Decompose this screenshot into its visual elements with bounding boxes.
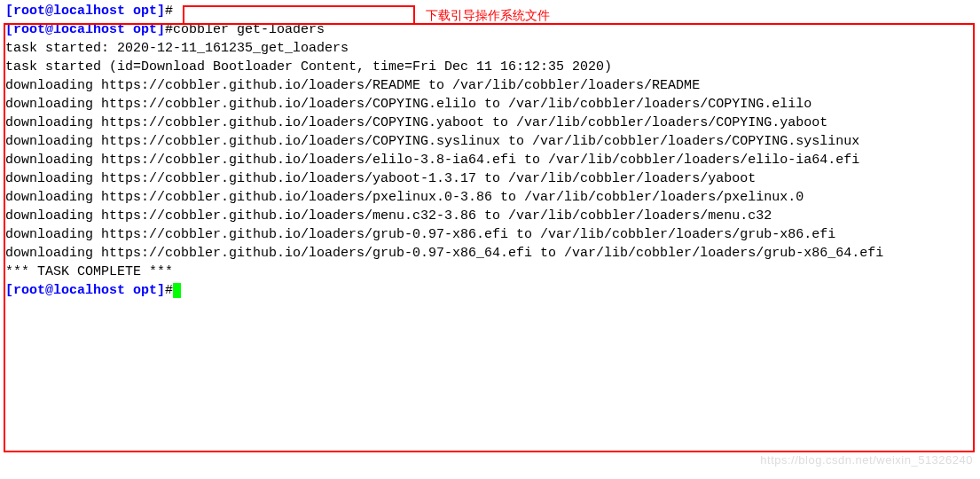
output-line: downloading https://cobbler.github.io/lo… xyxy=(5,76,975,95)
prompt-prefix: [root@localhost opt] xyxy=(5,22,165,37)
output-line: downloading https://cobbler.github.io/lo… xyxy=(5,151,975,169)
output-line: downloading https://cobbler.github.io/lo… xyxy=(5,188,975,207)
watermark-text: https://blog.csdn.net/weixin_51326240 xyxy=(760,452,973,468)
output-line: task started: 2020-12-11_161235_get_load… xyxy=(5,39,975,58)
output-line: downloading https://cobbler.github.io/lo… xyxy=(5,132,975,151)
prompt-hash: # xyxy=(165,22,173,37)
output-line: downloading https://cobbler.github.io/lo… xyxy=(5,169,975,188)
cursor-icon xyxy=(173,283,181,298)
command-text: cobbler get-loaders xyxy=(173,22,325,37)
prompt-prefix: [root@localhost opt] xyxy=(5,4,165,19)
terminal-content: [root@localhost opt]# [root@localhost op… xyxy=(5,2,975,300)
annotation-label: 下载引导操作系统文件 xyxy=(426,7,550,25)
output-line: *** TASK COMPLETE *** xyxy=(5,263,975,281)
output-line: downloading https://cobbler.github.io/lo… xyxy=(5,95,975,114)
prompt-line-current[interactable]: [root@localhost opt]# xyxy=(5,281,975,300)
prompt-hash: # xyxy=(165,4,173,19)
output-line: downloading https://cobbler.github.io/lo… xyxy=(5,244,975,263)
output-line: task started (id=Download Bootloader Con… xyxy=(5,58,975,76)
output-line: downloading https://cobbler.github.io/lo… xyxy=(5,207,975,225)
output-line: downloading https://cobbler.github.io/lo… xyxy=(5,114,975,132)
prompt-hash: # xyxy=(165,283,173,298)
prompt-prefix: [root@localhost opt] xyxy=(5,283,165,298)
output-line: downloading https://cobbler.github.io/lo… xyxy=(5,225,975,244)
